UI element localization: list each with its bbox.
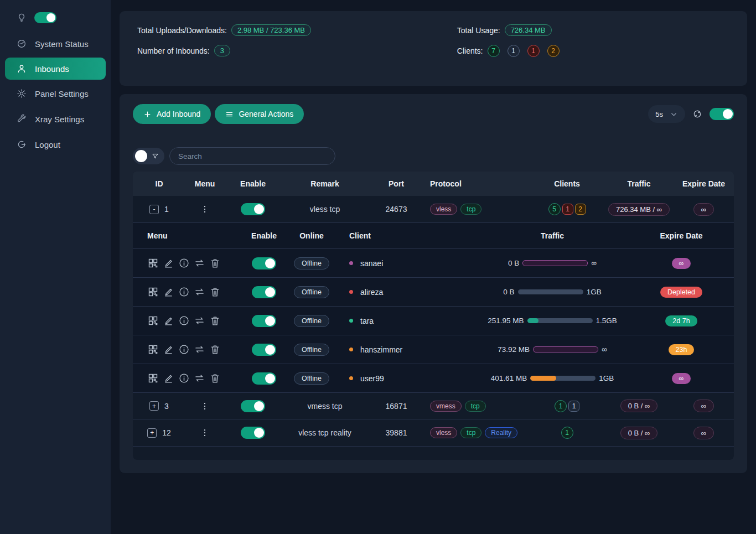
qr-code-button[interactable] [147, 315, 159, 326]
client-traffic: 0 B ∞ [476, 259, 629, 267]
edit-client-button[interactable] [163, 315, 174, 326]
row-clients-badge: 5 [548, 203, 561, 215]
row-menu-icon[interactable] [200, 204, 210, 214]
client-info-button[interactable] [178, 286, 190, 298]
inbound-enable-toggle[interactable] [241, 427, 265, 439]
pencil-icon [163, 372, 174, 384]
sidebar-item-label: Xray Settings [35, 115, 84, 124]
online-status-badge: Offline [294, 286, 329, 298]
client-enable-toggle[interactable] [252, 286, 276, 298]
edit-client-button[interactable] [163, 286, 174, 298]
sidebar-item-label: Inbounds [35, 64, 69, 74]
user-icon [17, 64, 27, 74]
qr-code-button[interactable] [147, 344, 159, 355]
client-color-dot [349, 376, 353, 380]
row-clients-badge: 1 [562, 204, 573, 215]
reset-traffic-button[interactable] [194, 286, 205, 298]
sidebar-item-system-status[interactable]: System Status [0, 31, 111, 56]
gear-icon [17, 89, 27, 98]
filter-toggle-knob [135, 150, 147, 162]
search-input[interactable] [169, 147, 335, 165]
delete-client-button[interactable] [209, 344, 221, 355]
protocol-tag: tcp [465, 401, 486, 412]
online-status-badge: Offline [294, 344, 329, 356]
client-enable-toggle[interactable] [252, 257, 276, 269]
client-row: Offline tara 251.95 MB 1.5GB 2d 7h [133, 306, 734, 335]
sidebar-item-panel-settings[interactable]: Panel Settings [0, 81, 111, 106]
client-info-button[interactable] [178, 372, 190, 384]
auto-refresh-toggle[interactable] [710, 108, 734, 120]
total-usage-value: 726.34 MB [505, 24, 552, 36]
summary-right: Total Usage: 726.34 MB Clients: 7 1 1 2 [457, 24, 729, 72]
row-port: 16871 [368, 402, 424, 411]
add-inbound-button[interactable]: Add Inbound [133, 104, 211, 124]
qr-code-button[interactable] [147, 257, 159, 269]
sidebar-item-logout[interactable]: Logout [0, 132, 111, 157]
general-actions-button[interactable]: General Actions [215, 104, 304, 124]
delete-client-button[interactable] [209, 372, 221, 384]
expand-row-button[interactable]: + [147, 428, 157, 438]
delete-client-button[interactable] [209, 257, 221, 269]
chevron-down-icon [670, 110, 678, 118]
online-status-badge: Offline [294, 315, 329, 327]
protocol-tag: tcp [460, 204, 481, 215]
filter-toggle[interactable] [133, 148, 164, 164]
col-header-id: ID [133, 179, 185, 188]
sidebar-item-label: Logout [35, 140, 60, 149]
traffic-used: 73.92 MB [498, 345, 530, 354]
client-enable-toggle[interactable] [252, 344, 276, 356]
edit-client-button[interactable] [163, 372, 174, 384]
reset-traffic-button[interactable] [194, 344, 205, 355]
client-color-dot [349, 348, 353, 351]
sidebar: System Status Inbounds Panel Settings Xr… [0, 0, 111, 534]
qr-code-icon [147, 257, 159, 269]
row-clients-badge: 1 [568, 401, 579, 412]
pencil-icon [163, 344, 174, 355]
trash-icon [209, 257, 221, 269]
col-header-traffic: Traffic [604, 179, 674, 188]
subcol-header-menu: Menu [133, 231, 242, 240]
qr-code-button[interactable] [147, 372, 159, 384]
client-row: Offline sanaei 0 B ∞ ∞ [133, 248, 734, 277]
client-info-button[interactable] [178, 315, 190, 326]
table-row: +12 vless tcp reality 39881 vless tcp Re… [133, 419, 734, 447]
client-enable-toggle[interactable] [252, 372, 276, 385]
uploads-downloads-label: Total Uploads/Downloads: [137, 26, 227, 35]
reset-traffic-button[interactable] [194, 257, 205, 269]
client-enable-toggle[interactable] [252, 315, 276, 327]
uploads-downloads-value: 2.98 MB / 723.36 MB [231, 24, 311, 36]
info-icon [178, 257, 190, 269]
qr-code-icon [147, 286, 159, 298]
row-menu-icon[interactable] [200, 428, 210, 438]
client-info-button[interactable] [178, 344, 190, 355]
row-traffic: 0 B / ∞ [620, 427, 658, 439]
expand-row-button[interactable]: + [149, 401, 159, 411]
edit-client-button[interactable] [163, 344, 174, 355]
info-icon [178, 344, 190, 355]
trash-icon [209, 286, 221, 298]
client-traffic: 251.95 MB 1.5GB [476, 317, 629, 325]
delete-client-button[interactable] [209, 315, 221, 326]
inbound-enable-toggle[interactable] [241, 400, 265, 412]
reset-traffic-button[interactable] [194, 372, 205, 384]
row-menu-icon[interactable] [200, 401, 210, 411]
inbound-enable-toggle[interactable] [241, 203, 265, 215]
inbounds-table: ID Menu Enable Remark Port Protocol Clie… [133, 172, 734, 460]
logout-icon [17, 139, 27, 149]
sidebar-item-inbounds[interactable]: Inbounds [5, 58, 106, 80]
clients-count-badge: 1 [508, 45, 520, 57]
collapse-row-button[interactable]: - [149, 205, 159, 214]
qr-code-button[interactable] [147, 286, 159, 298]
client-info-button[interactable] [178, 257, 190, 269]
inbounds-panel: Add Inbound General Actions 5s [120, 94, 747, 473]
wrench-icon [17, 114, 27, 124]
refresh-button[interactable] [692, 109, 702, 119]
sidebar-item-xray-settings[interactable]: Xray Settings [0, 106, 111, 132]
row-expire: ∞ [693, 427, 714, 439]
refresh-interval-select[interactable]: 5s [648, 105, 685, 123]
edit-client-button[interactable] [163, 257, 174, 269]
reset-traffic-button[interactable] [194, 315, 205, 326]
delete-client-button[interactable] [209, 286, 221, 298]
funnel-icon [151, 152, 159, 160]
dark-mode-toggle[interactable] [34, 12, 56, 23]
